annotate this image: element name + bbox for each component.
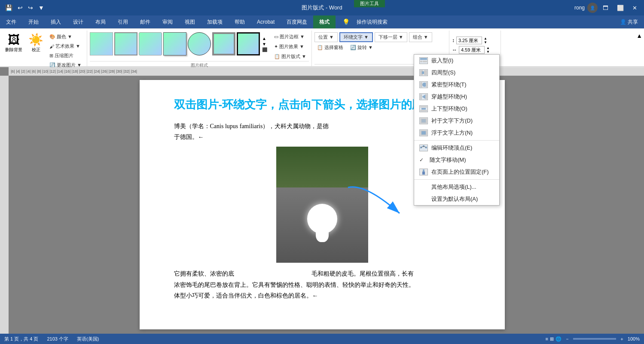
picture-border-btn[interactable]: ▭ 图片边框 ▼ — [272, 32, 309, 41]
tab-addins[interactable]: 加载项 — [201, 15, 229, 28]
remove-bg-btn[interactable]: 🖼 删除背景 — [3, 32, 25, 55]
height-down[interactable]: ▼ — [484, 40, 487, 44]
rotate-btn[interactable]: 🔄 旋转 ▼ — [348, 43, 375, 52]
width-input[interactable] — [459, 46, 485, 54]
minimize-btn[interactable]: 🗖 — [599, 2, 612, 14]
style-4[interactable] — [163, 32, 186, 55]
style-1[interactable] — [90, 32, 113, 55]
dog-image[interactable] — [276, 147, 368, 263]
tab-file[interactable]: 文件 — [0, 15, 22, 28]
tab-format[interactable]: 格式 — [313, 15, 336, 28]
wrap-text-btn[interactable]: 环绕文字 ▼ — [339, 32, 373, 42]
status-bar: 第 1 页，共 4 页 2103 个字 英语(美国) ≡ ⊞ 🌐 － ＋ 100… — [0, 334, 644, 344]
language: 英语(美国) — [77, 336, 99, 342]
style-scroll-up[interactable]: ▲ — [262, 36, 267, 41]
zoom-percent: 100% — [628, 336, 640, 341]
position-btn[interactable]: 位置 ▼ — [314, 32, 338, 42]
menu-through[interactable]: 穿越型环绕(H) — [414, 91, 499, 103]
undo-btn[interactable]: ↩ — [16, 3, 24, 12]
square-label: 四周型(S) — [431, 69, 455, 77]
style-7[interactable] — [237, 32, 260, 55]
inline-icon — [419, 57, 428, 64]
style-2[interactable] — [114, 32, 137, 55]
menu-square[interactable]: 四周型(S) — [414, 67, 499, 79]
style-more[interactable]: ⬛ — [262, 47, 267, 52]
tab-design[interactable]: 设计 — [67, 15, 89, 28]
zoom-plus[interactable]: ＋ — [620, 336, 624, 342]
ribbon-tabs: 文件 开始 插入 设计 布局 引用 邮件 审阅 视图 加载项 帮助 Acroba… — [0, 15, 644, 28]
compress-btn[interactable]: ⊞ 压缩图片 — [47, 51, 84, 60]
menu-infront[interactable]: 浮于文字上方(N) — [414, 127, 499, 139]
menu-other[interactable]: 其他布局选项(L)... — [414, 181, 499, 193]
svg-rect-2 — [420, 61, 422, 62]
view-normal-btn[interactable]: ≡ — [545, 336, 548, 341]
tab-baiduyun[interactable]: 百度网盘 — [281, 15, 313, 28]
corrections-label: 校正 — [32, 47, 40, 53]
svg-rect-7 — [420, 82, 422, 87]
menu-tight[interactable]: 紧密型环绕(T) — [414, 79, 499, 91]
close-btn[interactable]: ✕ — [629, 2, 641, 14]
tab-home[interactable]: 开始 — [22, 15, 45, 28]
width-icon: ↔ — [452, 47, 457, 53]
style-6[interactable] — [212, 32, 235, 55]
menu-sep-1 — [414, 140, 499, 141]
body-paragraph-5: 体型小巧可爱，适合当伴侣犬，白色和棕色的居名。← — [174, 290, 470, 301]
style-scroll-down[interactable]: ▼ — [262, 42, 267, 46]
color-icon: 🎨 — [49, 34, 55, 40]
svg-rect-3 — [423, 61, 427, 62]
title-left: 💾 ↩ ↪ ▼ — [3, 3, 46, 12]
width-up[interactable]: ▲ — [486, 46, 490, 50]
tab-help[interactable]: 帮助 — [229, 15, 251, 28]
view-layout-btn[interactable]: ⊞ — [550, 336, 554, 342]
artistic-effects-btn[interactable]: 🖌 艺术效果 ▼ — [47, 42, 84, 51]
width-down[interactable]: ▼ — [486, 50, 490, 54]
title-right: rong 👤 🗖 ⬜ ✕ — [574, 2, 641, 14]
tab-review[interactable]: 审阅 — [156, 15, 179, 28]
wrap-text-menu: 嵌入型(I) 四周型(S) 紧密型环绕(T) 穿越型环绕(H) 上下型环绕(O)… — [414, 54, 500, 206]
height-input[interactable] — [456, 37, 482, 44]
color-btn[interactable]: 🎨 颜色 ▼ — [47, 32, 84, 41]
style-3[interactable] — [139, 32, 162, 55]
select-pane-btn[interactable]: 📋 选择窗格 — [314, 43, 346, 52]
tab-view[interactable]: 视图 — [179, 15, 201, 28]
menu-fixpage[interactable]: 在页面上的位置固定(F) — [414, 166, 499, 178]
search-icon[interactable]: 💡 — [339, 15, 353, 28]
style-options: ▭ 图片边框 ▼ ✦ 图片效果 ▼ 📋 图片版式 ▼ — [272, 32, 309, 61]
menu-behind[interactable]: 衬于文字下方(D) — [414, 115, 499, 127]
customize-btn[interactable]: ▼ — [37, 3, 46, 12]
share-btn[interactable]: 👤 共享 — [614, 15, 644, 28]
tab-layout[interactable]: 布局 — [89, 15, 112, 28]
rotate-icon: 🔄 — [350, 45, 356, 50]
redo-btn[interactable]: ↪ — [26, 3, 35, 12]
group-btn[interactable]: 组合 ▼ — [409, 32, 432, 42]
corrections-btn[interactable]: ☀️ 校正 — [26, 32, 46, 55]
zoom-slider[interactable] — [573, 338, 616, 340]
tab-insert[interactable]: 插入 — [45, 15, 67, 28]
tab-references[interactable]: 引用 — [112, 15, 134, 28]
user-name: rong — [574, 5, 585, 11]
restore-btn[interactable]: ⬜ — [613, 2, 627, 14]
tab-mailings[interactable]: 邮件 — [134, 15, 156, 28]
status-left: 第 1 页，共 4 页 2103 个字 英语(美国) — [4, 336, 99, 342]
height-up[interactable]: ▲ — [484, 37, 487, 40]
ribbon-content: 🖼 删除背景 ☀️ 校正 🎨 颜色 ▼ 🖌 艺术效果 ▼ ⊞ 压缩图片 🔄 更改… — [0, 28, 644, 66]
menu-inline[interactable]: 嵌入型(I) — [414, 55, 499, 67]
menu-topbottom[interactable]: 上下型环绕(O) — [414, 103, 499, 115]
tab-acrobat[interactable]: Acrobat — [251, 15, 281, 28]
style-5[interactable] — [188, 32, 211, 55]
collapse-btn[interactable]: ▲ — [636, 32, 642, 39]
move-backward-btn[interactable]: 下移一层 ▼ — [375, 32, 407, 42]
svg-marker-11 — [422, 95, 425, 99]
menu-editpoints[interactable]: 编辑环绕顶点(E) — [414, 142, 499, 154]
save-btn[interactable]: 💾 — [3, 3, 14, 12]
svg-rect-15 — [420, 110, 427, 111]
ruler-mark: |6| |4| |2| |4| |6| |8| |10| |12| |14| |… — [11, 69, 137, 74]
picture-effects-btn[interactable]: ✦ 图片效果 ▼ — [272, 42, 309, 51]
inline-label: 嵌入型(I) — [431, 57, 453, 64]
through-label: 穿越型环绕(H) — [431, 93, 467, 101]
view-web-btn[interactable]: 🌐 — [555, 336, 562, 342]
menu-setdefault[interactable]: 设置为默认布局(A) — [414, 193, 499, 205]
search-box[interactable]: 操作说明搜索 — [353, 15, 391, 28]
picture-layout-btn[interactable]: 📋 图片版式 ▼ — [272, 52, 309, 61]
menu-movetext[interactable]: ✓ 随文字移动(M) — [414, 154, 499, 166]
